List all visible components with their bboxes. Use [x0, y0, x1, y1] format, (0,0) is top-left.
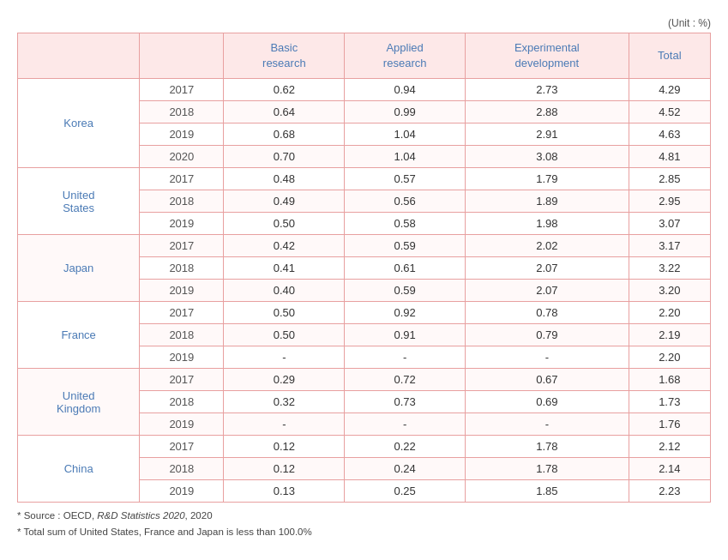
country-cell: China	[18, 436, 140, 503]
applied-cell: 1.04	[345, 146, 466, 168]
data-table: Basicresearch Appliedresearch Experiment…	[17, 33, 711, 503]
year-cell: 2017	[140, 302, 224, 324]
applied-cell: 0.57	[345, 168, 466, 190]
year-cell: 2019	[140, 213, 224, 235]
experimental-cell: 0.67	[466, 369, 629, 391]
table-row: Korea20170.620.942.734.29	[18, 79, 711, 101]
year-cell: 2018	[140, 391, 224, 413]
total-cell: 2.85	[629, 168, 710, 190]
total-cell: 2.20	[629, 346, 710, 369]
experimental-cell: 2.73	[466, 79, 629, 101]
applied-cell: 0.58	[345, 213, 466, 235]
basic-cell: 0.13	[224, 480, 345, 503]
basic-cell: 0.62	[224, 79, 345, 101]
basic-cell: 0.49	[224, 190, 345, 213]
header-year	[140, 33, 224, 79]
basic-cell: 0.32	[224, 391, 345, 413]
basic-cell: -	[224, 413, 345, 436]
basic-cell: 0.50	[224, 302, 345, 324]
total-cell: 3.22	[629, 257, 710, 280]
basic-cell: 0.42	[224, 235, 345, 257]
experimental-cell: 3.08	[466, 146, 629, 168]
year-cell: 2018	[140, 101, 224, 123]
applied-cell: 0.25	[345, 480, 466, 503]
header-country	[18, 33, 140, 79]
year-cell: 2019	[140, 346, 224, 369]
year-cell: 2019	[140, 280, 224, 302]
applied-cell: 0.92	[345, 302, 466, 324]
header-experimental-development: Experimentaldevelopment	[466, 33, 629, 79]
year-cell: 2017	[140, 235, 224, 257]
footnote-2: * Total sum of United States, France and…	[17, 524, 711, 539]
total-cell: 2.23	[629, 480, 710, 503]
applied-cell: 0.59	[345, 235, 466, 257]
country-cell: UnitedStates	[18, 168, 140, 235]
applied-cell: 0.73	[345, 391, 466, 413]
header-applied-research: Appliedresearch	[345, 33, 466, 79]
applied-cell: 1.04	[345, 123, 466, 146]
country-cell: Japan	[18, 235, 140, 302]
country-cell: France	[18, 302, 140, 369]
basic-cell: 0.12	[224, 458, 345, 480]
year-cell: 2017	[140, 369, 224, 391]
header-row: Basicresearch Appliedresearch Experiment…	[18, 33, 711, 79]
basic-cell: 0.12	[224, 436, 345, 458]
basic-cell: 0.40	[224, 280, 345, 302]
basic-cell: 0.64	[224, 101, 345, 123]
total-cell: 4.63	[629, 123, 710, 146]
year-cell: 2018	[140, 324, 224, 346]
experimental-cell: 1.79	[466, 168, 629, 190]
total-cell: 1.68	[629, 369, 710, 391]
basic-cell: 0.70	[224, 146, 345, 168]
basic-cell: 0.50	[224, 213, 345, 235]
country-cell: Korea	[18, 79, 140, 168]
applied-cell: 0.22	[345, 436, 466, 458]
experimental-cell: 2.07	[466, 280, 629, 302]
experimental-cell: 0.78	[466, 302, 629, 324]
unit-label: (Unit : %)	[17, 17, 711, 29]
total-cell: 4.81	[629, 146, 710, 168]
applied-cell: 0.91	[345, 324, 466, 346]
applied-cell: 0.61	[345, 257, 466, 280]
experimental-cell: 1.78	[466, 436, 629, 458]
table-row: China20170.120.221.782.12	[18, 436, 711, 458]
experimental-cell: 2.91	[466, 123, 629, 146]
table-row: UnitedKingdom20170.290.720.671.68	[18, 369, 711, 391]
applied-cell: 0.72	[345, 369, 466, 391]
total-cell: 4.52	[629, 101, 710, 123]
year-cell: 2018	[140, 257, 224, 280]
total-cell: 1.73	[629, 391, 710, 413]
basic-cell: 0.48	[224, 168, 345, 190]
total-cell: 3.07	[629, 213, 710, 235]
year-cell: 2019	[140, 123, 224, 146]
total-cell: 2.95	[629, 190, 710, 213]
applied-cell: -	[345, 413, 466, 436]
applied-cell: 0.99	[345, 101, 466, 123]
total-cell: 4.29	[629, 79, 710, 101]
experimental-cell: 1.98	[466, 213, 629, 235]
total-cell: 2.12	[629, 436, 710, 458]
total-cell: 3.20	[629, 280, 710, 302]
experimental-cell: 1.89	[466, 190, 629, 213]
year-cell: 2018	[140, 190, 224, 213]
basic-cell: -	[224, 346, 345, 369]
basic-cell: 0.29	[224, 369, 345, 391]
year-cell: 2017	[140, 168, 224, 190]
footer-notes: * Source : OECD, R&D Statistics 2020, 20…	[17, 508, 711, 539]
total-cell: 2.19	[629, 324, 710, 346]
applied-cell: 0.94	[345, 79, 466, 101]
header-basic-research: Basicresearch	[224, 33, 345, 79]
applied-cell: 0.59	[345, 280, 466, 302]
experimental-cell: 2.07	[466, 257, 629, 280]
basic-cell: 0.68	[224, 123, 345, 146]
applied-cell: 0.56	[345, 190, 466, 213]
table-body: Korea20170.620.942.734.2920180.640.992.8…	[18, 79, 711, 503]
year-cell: 2020	[140, 146, 224, 168]
country-cell: UnitedKingdom	[18, 369, 140, 436]
experimental-cell: 1.78	[466, 458, 629, 480]
total-cell: 3.17	[629, 235, 710, 257]
year-cell: 2018	[140, 458, 224, 480]
table-row: UnitedStates20170.480.571.792.85	[18, 168, 711, 190]
applied-cell: 0.24	[345, 458, 466, 480]
basic-cell: 0.41	[224, 257, 345, 280]
